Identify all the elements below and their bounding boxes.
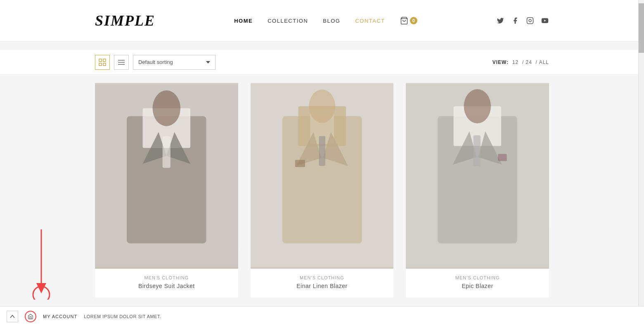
product-image [95,83,238,269]
svg-rect-26 [295,160,305,167]
product-image [406,83,549,269]
svg-rect-24 [319,136,325,166]
twitter-icon[interactable] [496,17,504,25]
nav-blog[interactable]: BLOG [323,18,340,24]
view-count: VIEW: 12 / 24 / ALL [492,59,549,65]
svg-point-25 [309,90,335,123]
scrollbar-thumb[interactable] [639,3,644,53]
svg-rect-5 [103,59,106,61]
bottom-lorem-text: LOREM IPSUM DOLOR SIT AMET. [84,314,161,319]
product-card[interactable]: Men's Clothing Birdseye Suit Jacket [95,83,238,298]
products-toolbar: Default sorting Sort by popularity Sort … [0,50,644,75]
svg-rect-33 [498,154,507,161]
main-nav: HOME COLLECTION BLOG CONTACT 0 [234,17,417,25]
cart-icon [400,17,408,25]
view-all[interactable]: ALL [539,59,549,65]
product-card[interactable]: Men's Clothing Einar Linen Blazer [251,83,394,298]
product-category: Men's Clothing [100,275,233,280]
product-info: Men's Clothing Epic Blazer [406,269,549,298]
scrollbar[interactable] [638,0,644,326]
products-grid: Men's Clothing Birdseye Suit Jacket [95,83,549,298]
product-category: Men's Clothing [256,275,389,280]
product-name: Epic Blazer [411,283,544,289]
product-image [251,83,394,269]
sort-select[interactable]: Default sorting Sort by popularity Sort … [133,55,215,70]
svg-point-34 [464,89,491,123]
svg-rect-32 [474,135,481,166]
view-controls: Default sorting Sort by popularity Sort … [95,55,215,70]
svg-rect-4 [99,59,102,61]
svg-rect-6 [99,63,102,66]
header: SIMPLE HOME COLLECTION BLOG CONTACT 0 [0,0,644,42]
product-info: Men's Clothing Birdseye Suit Jacket [95,269,238,298]
home-icon [28,314,33,319]
nav-collection[interactable]: COLLECTION [268,18,308,24]
cart-button[interactable]: 0 [400,17,417,25]
svg-point-17 [153,90,180,126]
youtube-icon[interactable] [541,17,549,25]
view-label: VIEW: [492,59,509,65]
site-logo[interactable]: SIMPLE [95,12,155,29]
product-figure [95,83,238,269]
cart-count: 0 [410,17,417,24]
svg-rect-7 [103,63,106,66]
grid-icon [99,59,106,66]
products-section: Men's Clothing Birdseye Suit Jacket [0,75,644,322]
product-category: Men's Clothing [411,275,544,280]
list-icon [118,59,125,66]
scroll-top-button[interactable] [7,311,18,322]
list-view-button[interactable] [114,55,129,70]
product-name: Einar Linen Blazer [256,283,389,289]
product-card[interactable]: Men's Clothing Epic Blazer [406,83,549,298]
nav-contact[interactable]: CONTACT [355,18,385,24]
view-12[interactable]: 12 [512,59,519,65]
view-24[interactable]: 24 [526,59,532,65]
product-info: Men's Clothing Einar Linen Blazer [251,269,394,298]
my-account-link[interactable]: MY ACCOUNT [43,314,77,319]
chevron-up-icon [10,314,15,319]
product-name: Birdseye Suit Jacket [100,283,233,289]
product-figure [406,83,549,269]
home-button[interactable] [25,311,36,322]
svg-rect-1 [527,18,533,24]
product-figure [251,83,394,269]
bottom-bar: MY ACCOUNT LOREM IPSUM DOLOR SIT AMET. [0,306,644,326]
nav-home[interactable]: HOME [234,18,253,24]
svg-rect-16 [163,136,170,168]
instagram-icon[interactable] [526,17,534,25]
social-links [496,17,549,25]
grid-view-button[interactable] [95,55,110,70]
facebook-icon[interactable] [511,17,519,25]
